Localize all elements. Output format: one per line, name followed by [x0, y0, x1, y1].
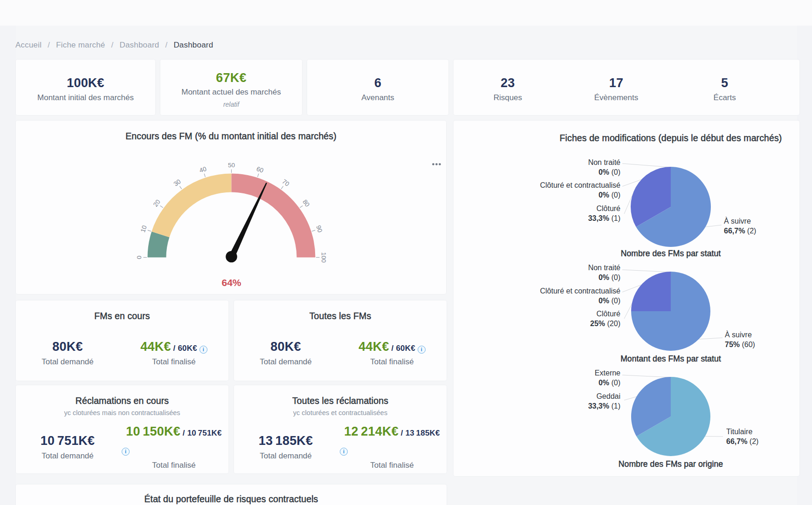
- svg-text:40: 40: [199, 165, 207, 174]
- svg-text:64%: 64%: [221, 277, 241, 288]
- svg-text:50: 50: [228, 162, 235, 169]
- svg-text:70: 70: [281, 178, 290, 188]
- svg-text:30: 30: [172, 178, 182, 188]
- svg-text:80: 80: [301, 198, 311, 208]
- svg-text:90: 90: [315, 225, 323, 233]
- svg-text:60: 60: [255, 165, 264, 174]
- svg-text:100: 100: [320, 252, 327, 263]
- svg-text:20: 20: [152, 198, 162, 208]
- svg-text:10: 10: [139, 225, 148, 233]
- svg-text:0: 0: [136, 256, 143, 259]
